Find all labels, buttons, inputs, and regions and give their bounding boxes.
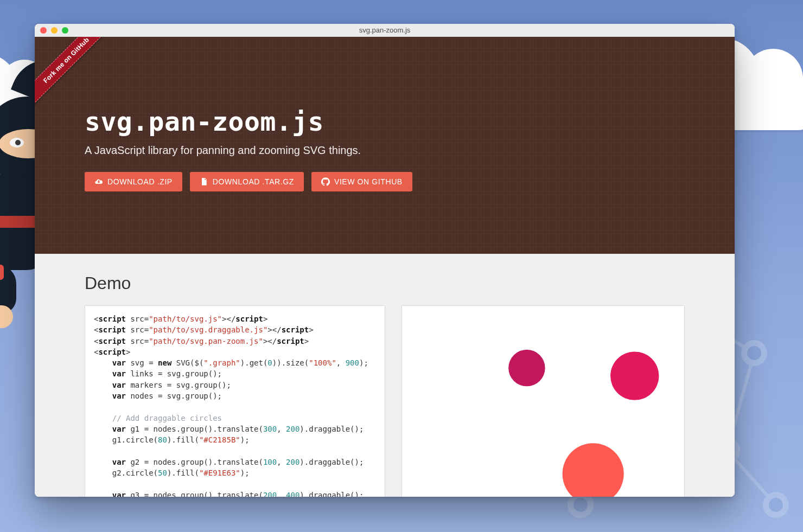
demo-circle[interactable]	[508, 350, 545, 387]
demo-svg-canvas[interactable]	[401, 305, 685, 497]
demo-circle[interactable]	[610, 351, 659, 400]
page-viewport: Fork me on GitHub svg.pan-zoom.js A Java…	[35, 37, 735, 497]
download-targz-button[interactable]: DOWNLOAD .TAR.GZ	[190, 172, 304, 191]
code-sample: <script src="path/to/svg.js"></script> <…	[85, 305, 385, 497]
page-subtitle: A JavaScript library for panning and zoo…	[85, 144, 735, 157]
browser-window: svg.pan-zoom.js Fork me on GitHub svg.pa…	[35, 24, 735, 497]
svg-point-18	[763, 492, 789, 518]
window-titlebar: svg.pan-zoom.js	[35, 24, 735, 37]
view-github-button[interactable]: VIEW ON GITHUB	[311, 172, 412, 191]
section-heading-demo: Demo	[85, 273, 685, 293]
fork-ribbon[interactable]: Fork me on GitHub	[35, 37, 122, 124]
cloud-download-icon	[94, 177, 103, 186]
view-github-label: VIEW ON GITHUB	[334, 177, 403, 186]
file-archive-icon	[200, 177, 208, 186]
window-minimize-icon[interactable]	[51, 27, 58, 34]
download-zip-button[interactable]: DOWNLOAD .ZIP	[85, 172, 182, 191]
svg-point-12	[741, 340, 767, 366]
window-close-icon[interactable]	[40, 27, 47, 34]
svg-point-21	[573, 498, 588, 512]
hero: Fork me on GitHub svg.pan-zoom.js A Java…	[35, 37, 735, 254]
download-zip-label: DOWNLOAD .ZIP	[107, 177, 173, 186]
demo-circle[interactable]	[563, 443, 624, 497]
svg-point-13	[747, 346, 761, 360]
github-icon	[321, 177, 330, 186]
window-title: svg.pan-zoom.js	[359, 26, 411, 34]
svg-point-19	[769, 498, 783, 512]
download-targz-label: DOWNLOAD .TAR.GZ	[213, 177, 294, 186]
fork-ribbon-label: Fork me on GitHub	[35, 37, 118, 112]
page-title: svg.pan-zoom.js	[85, 106, 735, 137]
window-zoom-icon[interactable]	[62, 27, 68, 34]
